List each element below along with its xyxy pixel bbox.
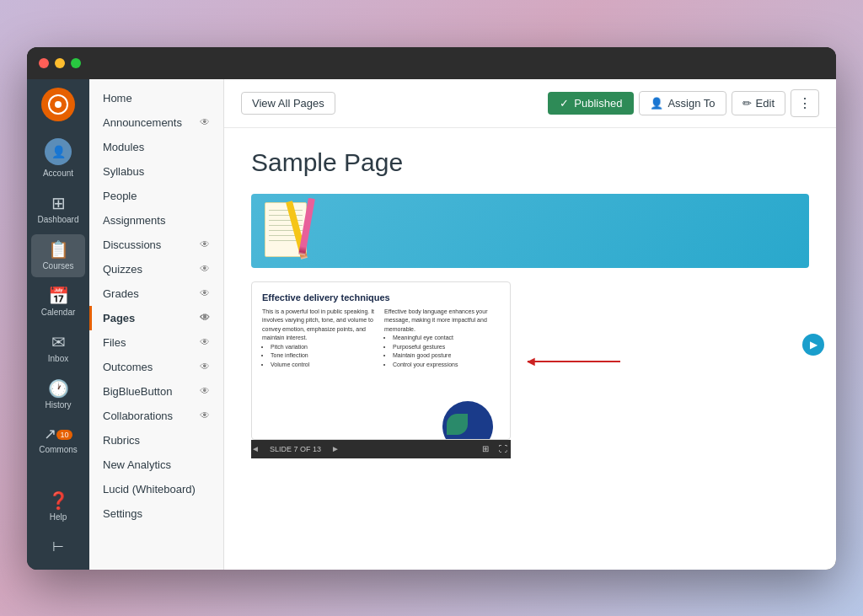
app-window: 👤 Account ⊞ Dashboard 📋 Courses 📅 Calend… <box>27 47 836 570</box>
course-nav-settings[interactable]: Settings <box>89 501 223 526</box>
slide-prev-button[interactable]: ◄ <box>251 444 260 453</box>
calendar-label: Calendar <box>41 308 76 317</box>
pages-label: Pages <box>103 312 135 324</box>
published-check-icon: ✓ <box>560 97 569 110</box>
course-nav-lucid[interactable]: Lucid (Whiteboard) <box>89 477 223 501</box>
published-button[interactable]: ✓ Published <box>548 92 634 115</box>
help-icon: ❓ <box>48 492 69 509</box>
course-nav-assignments[interactable]: Assignments <box>89 208 223 233</box>
course-nav-rubrics[interactable]: Rubrics <box>89 428 223 453</box>
sidebar-item-history[interactable]: 🕐 History <box>31 373 85 416</box>
sidebar-item-account[interactable]: 👤 Account <box>31 131 85 185</box>
edit-label: Edit <box>756 97 775 110</box>
published-label: Published <box>574 97 622 110</box>
rubrics-label: Rubrics <box>103 434 140 447</box>
course-nav-files[interactable]: Files 👁 <box>89 330 223 355</box>
course-nav-grades[interactable]: Grades 👁 <box>89 281 223 306</box>
slide-left-bullets: Pitch variation Tone inflection Volume c… <box>262 343 378 370</box>
view-all-pages-button[interactable]: View All Pages <box>241 92 335 115</box>
course-nav-modules[interactable]: Modules <box>89 135 223 159</box>
announcements-label: Announcements <box>103 116 182 129</box>
settings-label: Settings <box>103 507 142 520</box>
sidebar-item-help[interactable]: ❓ Help <box>31 485 85 528</box>
assign-to-button[interactable]: 👤 Assign To <box>639 91 726 115</box>
sidebar-item-commons[interactable]: ↗10 Commons <box>31 420 85 461</box>
slide-bullet-gestures: Purposeful gestures <box>393 343 500 352</box>
outcomes-label: Outcomes <box>103 361 153 373</box>
account-label: Account <box>43 169 73 178</box>
assignments-label: Assignments <box>103 214 165 227</box>
sidebar-item-inbox[interactable]: ✉ Inbox <box>31 327 85 370</box>
sidebar-item-calendar[interactable]: 📅 Calendar <box>31 281 85 324</box>
slide-bullet-pitch: Pitch variation <box>271 343 378 352</box>
minimize-button[interactable] <box>55 58 65 68</box>
course-nav-bigbluebutton[interactable]: BigBlueButton 👁 <box>89 379 223 404</box>
sidebar-item-dashboard[interactable]: ⊞ Dashboard <box>31 188 85 231</box>
announcements-eye-icon: 👁 <box>200 116 210 128</box>
edit-button[interactable]: ✏ Edit <box>732 91 785 115</box>
course-nav-quizzes[interactable]: Quizzes 👁 <box>89 257 223 281</box>
titlebar <box>27 47 836 79</box>
canvas-logo[interactable] <box>41 88 75 121</box>
calendar-icon: 📅 <box>48 287 69 304</box>
courses-label: Courses <box>42 261 73 271</box>
inbox-label: Inbox <box>48 354 68 363</box>
slide-bullet-expressions: Control your expressions <box>393 361 500 370</box>
slide-view-icon: ⊞ <box>482 444 489 453</box>
commons-label: Commons <box>39 445 78 454</box>
course-nav-pages[interactable]: Pages 👁 <box>89 306 223 330</box>
slide-bullet-volume: Volume control <box>271 361 378 370</box>
sidebar-item-courses[interactable]: 📋 Courses <box>31 234 85 277</box>
global-nav: 👤 Account ⊞ Dashboard 📋 Courses 📅 Calend… <box>27 79 89 570</box>
outcomes-eye-icon: 👁 <box>200 361 210 372</box>
slide-content: Effective delivery techniques This is a … <box>252 282 510 439</box>
help-label: Help <box>50 512 67 522</box>
page-title: Sample Page <box>251 148 809 177</box>
slide-info: SLIDE 7 OF 13 <box>270 445 321 453</box>
course-nav-discussions[interactable]: Discussions 👁 <box>89 233 223 257</box>
slide-bullet-eye: Meaningful eye contact <box>393 334 500 343</box>
courses-icon: 📋 <box>48 241 69 258</box>
collaborations-eye-icon: 👁 <box>200 410 210 421</box>
sidebar-collapse-button[interactable]: ⊢ <box>31 532 85 561</box>
collaborations-label: Collaborations <box>103 410 173 422</box>
commons-icon: ↗10 <box>44 426 72 442</box>
slide-title: Effective delivery techniques <box>262 292 500 303</box>
slide-toolbar: ◄ SLIDE 7 OF 13 ► ⊞ ⛶ <box>251 440 511 458</box>
pages-eye-icon: 👁 <box>200 312 210 324</box>
course-nav-new-analytics[interactable]: New Analytics <box>89 453 223 477</box>
logo-icon <box>48 94 68 115</box>
course-nav-people[interactable]: People <box>89 184 223 208</box>
files-label: Files <box>103 336 126 349</box>
slide-bullet-tone: Tone inflection <box>271 351 378 361</box>
arrow-indicator: ◄ <box>528 361 620 362</box>
dashboard-icon: ⊞ <box>51 195 66 212</box>
history-label: History <box>45 400 71 410</box>
course-nav-announcements[interactable]: Announcements 👁 <box>89 110 223 135</box>
arrowhead-icon: ◄ <box>524 354 538 369</box>
scroll-icon: ▶ <box>802 334 824 356</box>
files-eye-icon: 👁 <box>200 336 210 348</box>
slide-next-button[interactable]: ► <box>331 444 340 453</box>
account-avatar: 👤 <box>45 138 72 165</box>
grades-eye-icon: 👁 <box>200 287 210 299</box>
course-nav-collaborations[interactable]: Collaborations 👁 <box>89 404 223 428</box>
dashboard-label: Dashboard <box>38 215 79 224</box>
edit-icon: ✏ <box>742 97 752 110</box>
course-nav-syllabus[interactable]: Syllabus <box>89 159 223 184</box>
commons-badge: 10 <box>56 430 72 440</box>
close-button[interactable] <box>39 58 49 68</box>
course-nav-outcomes[interactable]: Outcomes 👁 <box>89 355 223 379</box>
maximize-button[interactable] <box>71 58 81 68</box>
slide-area: Effective delivery techniques This is a … <box>251 281 511 458</box>
person-icon: 👤 <box>650 97 663 110</box>
inbox-icon: ✉ <box>51 334 66 351</box>
course-nav-home[interactable]: Home <box>89 86 223 110</box>
content-body: Sample Page Effective delivery technique… <box>224 128 836 570</box>
quizzes-label: Quizzes <box>103 263 142 276</box>
scroll-right-button[interactable]: ▶ <box>802 334 824 356</box>
more-options-button[interactable]: ⋮ <box>791 89 819 117</box>
header-actions: ✓ Published 👤 Assign To ✏ Edit ⋮ <box>548 89 819 117</box>
course-nav: Home Announcements 👁 Modules Syllabus Pe… <box>89 79 224 570</box>
history-icon: 🕐 <box>48 380 69 397</box>
